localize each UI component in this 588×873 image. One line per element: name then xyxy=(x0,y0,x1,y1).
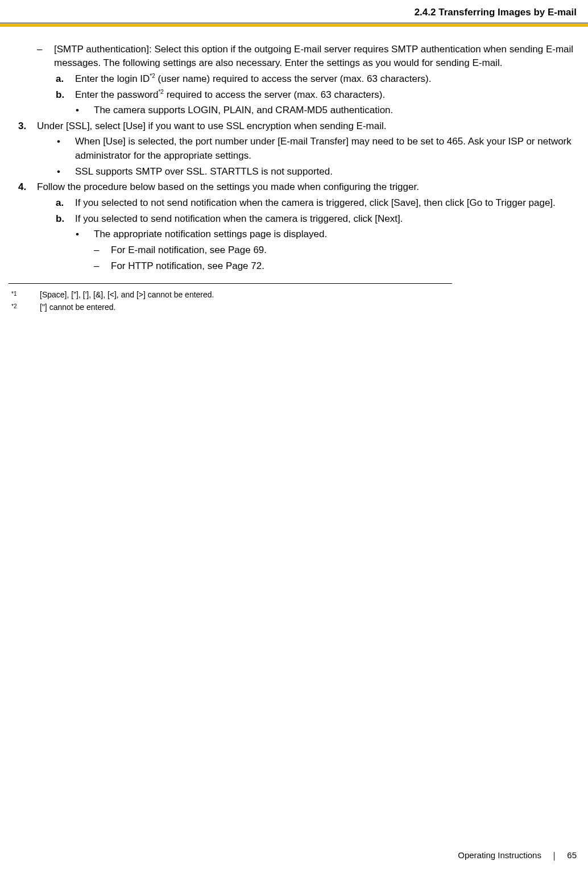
list-item: a. If you selected to not send notificat… xyxy=(11,196,577,210)
dash-marker: – xyxy=(94,243,99,258)
footer-separator xyxy=(554,852,554,860)
footer-page-number: 65 xyxy=(567,850,577,860)
list-item: • When [Use] is selected, the port numbe… xyxy=(11,135,577,163)
smtp-b-post: required to access the server (max. 63 c… xyxy=(164,89,385,100)
step4-b-dash1-text: For E-mail notification, see Page 69. xyxy=(111,245,267,255)
alpha-marker: a. xyxy=(56,196,64,210)
footnote-ref: *2 xyxy=(150,73,155,79)
step3-text: Under [SSL], select [Use] if you want to… xyxy=(37,121,387,131)
bullet-marker: • xyxy=(76,227,79,242)
step4-b-bullet-text: The appropriate notification settings pa… xyxy=(94,229,327,239)
smtp-b-pre: Enter the password xyxy=(75,89,158,100)
bullet-marker: • xyxy=(57,165,60,179)
list-item: – [SMTP authentication]: Select this opt… xyxy=(11,43,577,71)
list-item: • SSL supports SMTP over SSL. STARTTLS i… xyxy=(11,165,577,179)
list-item: a. Enter the login ID*2 (user name) requ… xyxy=(11,72,577,86)
step4-b-dash2-text: For HTTP notification, see Page 72. xyxy=(111,260,264,271)
list-item: • The camera supports LOGIN, PLAIN, and … xyxy=(11,104,577,118)
smtp-a-post: (user name) required to access the serve… xyxy=(155,73,432,84)
bullet-marker: • xyxy=(57,135,60,149)
footnote-text: ["] cannot be entered. xyxy=(40,303,115,312)
page-content: – [SMTP authentication]: Select this opt… xyxy=(0,27,588,274)
smtp-b-bullet-text: The camera supports LOGIN, PLAIN, and CR… xyxy=(94,105,393,115)
footer-doc-title: Operating Instructions xyxy=(458,850,541,860)
smtp-a-pre: Enter the login ID xyxy=(75,73,150,84)
number-marker: 4. xyxy=(18,180,26,195)
step3-bullet2-text: SSL supports SMTP over SSL. STARTTLS is … xyxy=(75,166,333,177)
list-item: b. Enter the password*2 required to acce… xyxy=(11,88,577,102)
list-item: • The appropriate notification settings … xyxy=(11,227,577,242)
footnote-ref: *2 xyxy=(158,89,163,95)
footnote-separator xyxy=(9,283,452,284)
footnote: *1 [Space], ["], ['], [&], [<], and [>] … xyxy=(11,289,577,301)
bullet-marker: • xyxy=(76,104,79,118)
number-marker: 3. xyxy=(18,119,26,134)
dash-marker: – xyxy=(37,43,42,57)
step3-bullet1-text: When [Use] is selected, the port number … xyxy=(75,136,572,161)
page-footer: Operating Instructions 65 xyxy=(458,849,577,862)
alpha-marker: a. xyxy=(56,72,64,86)
smtp-auth-text: [SMTP authentication]: Select this optio… xyxy=(54,44,573,69)
list-item: b. If you selected to send notification … xyxy=(11,212,577,226)
dash-marker: – xyxy=(94,259,99,274)
footnote-text: [Space], ["], ['], [&], [<], and [>] can… xyxy=(40,290,214,299)
footnote: *2 ["] cannot be entered. xyxy=(11,302,577,313)
footnote-marker: *1 xyxy=(11,290,16,298)
list-item: – For E-mail notification, see Page 69. xyxy=(11,243,577,258)
header-rule-black xyxy=(0,23,588,23)
list-item: 3. Under [SSL], select [Use] if you want… xyxy=(11,119,577,134)
list-item: – For HTTP notification, see Page 72. xyxy=(11,259,577,274)
footnote-marker: *2 xyxy=(11,303,16,311)
alpha-marker: b. xyxy=(56,88,64,102)
page-header: 2.4.2 Transferring Images by E-mail xyxy=(0,0,588,23)
list-item: 4. Follow the procedure below based on t… xyxy=(11,180,577,195)
section-title: 2.4.2 Transferring Images by E-mail xyxy=(415,7,577,18)
alpha-marker: b. xyxy=(56,212,64,226)
step4-a-text: If you selected to not send notification… xyxy=(75,197,556,208)
step4-text: Follow the procedure below based on the … xyxy=(37,181,419,192)
step4-b-text: If you selected to send notification whe… xyxy=(75,213,403,224)
